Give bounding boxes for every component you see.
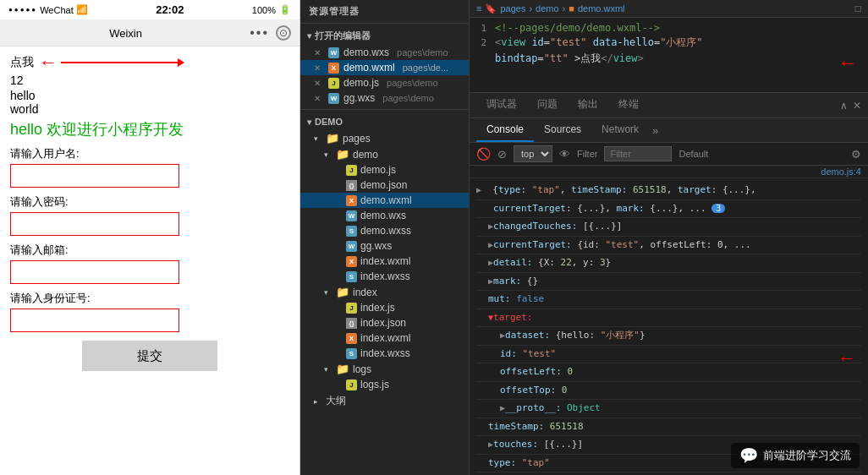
- sources-tab[interactable]: Sources: [534, 118, 591, 142]
- chevron-up-icon[interactable]: ∧: [840, 100, 848, 112]
- log-line-6: ▶ mark: {}: [476, 273, 861, 292]
- log-line-target: ▼ target:: [476, 309, 861, 328]
- file-ref-row: demo.js:4: [470, 166, 868, 178]
- phone-simulator: ●●●●● WeChat 📶 22:02 100% 🔋 Weixin ••• 点…: [0, 0, 300, 475]
- red-arrow-code: ←: [838, 51, 858, 74]
- log-line-id: id: "test": [476, 346, 861, 364]
- id-input[interactable]: [10, 308, 179, 332]
- tree-item-index-json[interactable]: {}index.json: [300, 315, 469, 330]
- phone-time: 22:02: [156, 3, 184, 16]
- demo-section-header[interactable]: DEMO: [300, 113, 469, 130]
- username-input[interactable]: [10, 164, 179, 188]
- green-text: hello 欢迎进行小程序开发: [10, 119, 289, 139]
- log-line-dataset: ▶ dataset: {hello: "小程序"}: [476, 327, 861, 346]
- tree-item-outline[interactable]: ▸大纲: [300, 392, 469, 410]
- tree-item-demo-wxml[interactable]: Xdemo.wxml: [300, 193, 469, 208]
- wxs-icon: W: [328, 47, 339, 58]
- file-name: demo.js: [343, 77, 379, 89]
- gear-icon[interactable]: ⚙: [851, 148, 861, 161]
- tree-item-index-js[interactable]: Jindex.js: [300, 300, 469, 315]
- tree-item-demo[interactable]: ▾📁demo: [300, 146, 469, 162]
- close-icon[interactable]: ✕: [314, 94, 321, 103]
- close-panel-icon[interactable]: ✕: [853, 100, 861, 112]
- tree-item-demo-wxss[interactable]: Sdemo.wxss: [300, 223, 469, 238]
- log-line-proto1: ▶ __proto__: Object: [476, 400, 861, 418]
- console-toolbar: 🚫 ⊘ top 👁 Filter Default ⚙: [470, 143, 868, 166]
- tab-output[interactable]: 输出: [568, 93, 608, 118]
- tree-item-index-wxss[interactable]: Sindex.wxss: [300, 269, 469, 284]
- breadcrumb-icon: ■: [569, 3, 574, 14]
- file-name: gg.wxs: [343, 92, 375, 104]
- devtools-tab-row: 调试器 问题 输出 终端 ∧ ✕: [470, 93, 868, 118]
- battery-level: 100%: [252, 5, 276, 15]
- close-icon[interactable]: ✕: [314, 63, 321, 73]
- tree-item-index-wxml2[interactable]: Xindex.wxml: [300, 330, 469, 346]
- password-label: 请输入密码:: [10, 194, 289, 210]
- tree-item-demo-js[interactable]: Jdemo.js: [300, 162, 469, 177]
- network-tab[interactable]: Network: [591, 118, 649, 142]
- email-input[interactable]: [10, 260, 179, 284]
- file-name: demo.wxml: [343, 62, 395, 74]
- bookmark-icon: 🔖: [485, 3, 497, 14]
- browser-menu-dots[interactable]: •••: [250, 25, 269, 41]
- tab-debugger[interactable]: 调试器: [476, 93, 527, 118]
- filter-input[interactable]: [604, 146, 672, 161]
- open-file-gg-wxs[interactable]: ✕ W gg.wxs pages\demo: [300, 90, 469, 106]
- breadcrumb: ≡ 🔖 pages › demo › ■ demo.wxml: [476, 3, 625, 14]
- file-name: demo.wxs: [343, 46, 389, 58]
- tree-item-index-folder[interactable]: ▾📁index: [300, 284, 469, 300]
- id-label: 请输入身份证号:: [10, 291, 289, 306]
- tab-terminal[interactable]: 终端: [608, 93, 649, 118]
- watermark: 💬 前端进阶学习交流: [731, 443, 860, 468]
- context-select[interactable]: top: [514, 145, 552, 162]
- open-file-demo-wxml[interactable]: ✕ X demo.wxml pages\de...: [300, 60, 469, 75]
- log-line-timestamp: timeStamp: 651518: [476, 418, 861, 437]
- log-line-7: mut: false: [476, 291, 861, 309]
- hello-text: hello: [10, 89, 289, 102]
- email-label: 请输入邮箱:: [10, 243, 289, 258]
- console-output: ▶ {type: "tap", timeStamp: 651518, targe…: [470, 178, 868, 475]
- wechat-logo-icon: 💬: [739, 446, 758, 465]
- open-editors-icon[interactable]: □: [855, 3, 861, 14]
- file-ref[interactable]: demo.js:4: [821, 167, 861, 177]
- clear-console-icon[interactable]: 🚫: [476, 147, 491, 161]
- code-actions: □: [855, 3, 861, 14]
- tree-item-index-wxml[interactable]: Xindex.wxml: [300, 254, 469, 269]
- explorer-title: 资源管理器: [300, 0, 469, 24]
- open-file-demo-js[interactable]: ✕ J demo.js pages\demo: [300, 75, 469, 90]
- breadcrumb-pages: pages: [500, 3, 525, 14]
- tree-item-logs-js[interactable]: Jlogs.js: [300, 377, 469, 392]
- wifi-icon: 📶: [76, 4, 88, 15]
- watermark-text: 前端进阶学习交流: [763, 448, 851, 463]
- tree-item-gg-wxs[interactable]: Wgg.wxs: [300, 238, 469, 254]
- code-editor-header: ≡ 🔖 pages › demo › ■ demo.wxml □: [470, 0, 868, 18]
- breadcrumb-demo: demo: [536, 3, 559, 14]
- tree-item-demo-wxs[interactable]: Wdemo.wxs: [300, 208, 469, 223]
- phone-browser-bar: Weixin •••: [0, 20, 299, 46]
- log-line-4: ▶ currentTarget: {id: "test", offsetLeft…: [476, 237, 861, 255]
- tree-item-pages[interactable]: ▾📁pages: [300, 130, 469, 146]
- browser-record-button[interactable]: [276, 25, 291, 41]
- close-icon[interactable]: ✕: [314, 79, 321, 88]
- tab-issues[interactable]: 问题: [527, 93, 568, 118]
- default-label: Default: [678, 149, 708, 159]
- log-line-offsetleft: offsetLeft: 0: [476, 363, 861, 382]
- log-line-2: currentTarget: {...}, mark: {...}, ... 3: [476, 200, 861, 219]
- console-tab-row: Console Sources Network »: [470, 118, 868, 143]
- filter-icon: ⊘: [497, 148, 507, 161]
- submit-button[interactable]: 提交: [82, 341, 217, 371]
- tree-item-logs-folder[interactable]: ▾📁logs: [300, 361, 469, 377]
- open-file-demo-wxs[interactable]: ✕ W demo.wxs pages\demo: [300, 45, 469, 60]
- breadcrumb-file: demo.wxml: [578, 3, 625, 14]
- log-line-3: ▶ changedTouches: [{...}]: [476, 218, 861, 237]
- tree-item-index-wxss2[interactable]: Sindex.wxss: [300, 346, 469, 361]
- console-tab[interactable]: Console: [476, 118, 534, 142]
- eye-icon[interactable]: 👁: [559, 148, 570, 161]
- username-label: 请输入用户名:: [10, 146, 289, 161]
- tree-item-demo-json[interactable]: {}demo.json: [300, 177, 469, 193]
- password-input[interactable]: [10, 212, 179, 236]
- open-editors-header[interactable]: 打开的编辑器: [300, 27, 469, 45]
- close-icon[interactable]: ✕: [314, 48, 321, 57]
- phone-status-bar: ●●●●● WeChat 📶 22:02 100% 🔋: [0, 0, 299, 20]
- filter-label: Filter: [577, 149, 597, 159]
